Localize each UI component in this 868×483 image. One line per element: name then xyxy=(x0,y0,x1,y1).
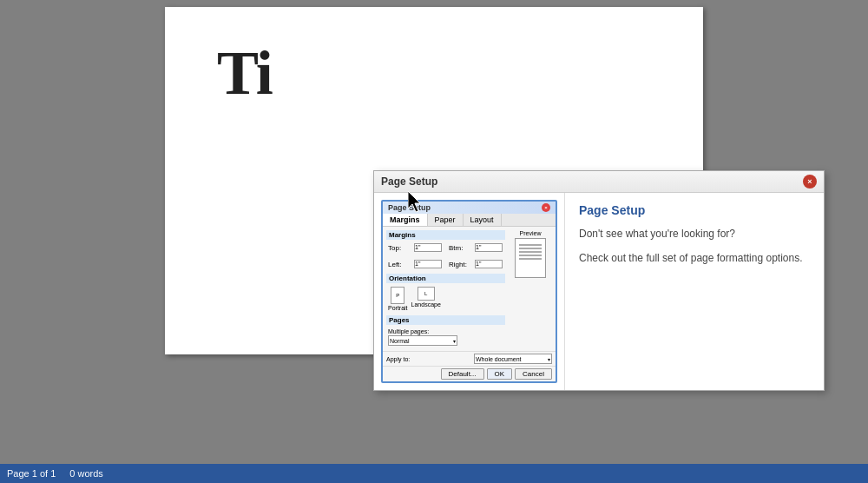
mini-dialog-title-text: Page Setup xyxy=(388,203,431,212)
mini-preview-line-3 xyxy=(519,251,542,253)
mini-portrait-option[interactable]: P Portrait xyxy=(388,287,408,311)
mini-top-label: Top: xyxy=(388,244,412,252)
mini-preview-label: Preview xyxy=(520,230,542,236)
mini-preview-lines xyxy=(519,244,542,261)
mini-tab-layout[interactable]: Layout xyxy=(464,214,502,226)
mini-preview-line-1 xyxy=(519,244,542,246)
mini-landscape-icon: L xyxy=(418,287,435,301)
mini-landscape-label: Landscape xyxy=(411,301,441,308)
mini-left-input[interactable]: 1" xyxy=(414,260,442,268)
mini-bottom-row: Btm: 1" xyxy=(449,243,503,252)
mini-cancel-button[interactable]: Cancel xyxy=(515,368,552,380)
popup-title: Page Setup xyxy=(381,175,437,188)
mini-dialog-title-bar: Page Setup × xyxy=(383,202,556,214)
mini-dialog-close-button[interactable]: × xyxy=(542,203,550,212)
mini-apply-to-select[interactable]: Whole document ▾ xyxy=(474,354,552,364)
mini-portrait-label: Portrait xyxy=(388,305,408,311)
mini-left-label: Left: xyxy=(388,261,412,268)
mini-right-input[interactable]: 1" xyxy=(475,260,503,268)
popup-help-title: Page Setup xyxy=(579,203,810,217)
status-bar: Page 1 of 1 0 words xyxy=(0,464,868,483)
mini-multiple-pages-label: Multiple pages: xyxy=(388,328,503,334)
mini-page-setup-dialog: Page Setup × Margins Paper Layout Margin… xyxy=(381,200,557,383)
mini-bottom-label: Btm: xyxy=(449,244,473,252)
mini-portrait-icon: P xyxy=(391,287,404,304)
mini-right-label: Right: xyxy=(449,261,473,268)
word-count: 0 words xyxy=(69,468,103,479)
page-setup-popup: Page Setup × Page Setup × Margins Paper … xyxy=(373,170,825,391)
mini-preview-line-5 xyxy=(519,258,542,260)
popup-help-text2: Check out the full set of page formattin… xyxy=(579,250,810,266)
mini-margins-fields: Top: 1" Btm: 1" Left: 1" xyxy=(386,242,505,271)
popup-body: Page Setup × Margins Paper Layout Margin… xyxy=(374,193,824,390)
mini-left-row: Left: 1" xyxy=(388,260,442,268)
mini-footer-row: Apply to: Whole document ▾ xyxy=(383,351,556,366)
mini-apply-to-label: Apply to: xyxy=(386,356,410,362)
mini-dialog-buttons: Default... OK Cancel xyxy=(383,366,556,381)
mini-dialog-tabs: Margins Paper Layout xyxy=(383,214,556,227)
mini-pages-field: Multiple pages: Normal ▾ xyxy=(386,327,505,347)
mini-tab-margins[interactable]: Margins xyxy=(383,214,428,226)
mini-top-input[interactable]: 1" xyxy=(414,243,442,252)
popup-title-bar: Page Setup × xyxy=(374,171,824,193)
document-title-text: Ti xyxy=(217,42,651,104)
mini-default-button[interactable]: Default... xyxy=(441,368,484,380)
mini-right-row: Right: 1" xyxy=(449,260,503,268)
mini-preview-page xyxy=(515,238,546,278)
page-info: Page 1 of 1 xyxy=(7,468,56,479)
mini-orientation-section-title: Orientation xyxy=(386,274,505,283)
mini-landscape-option[interactable]: L Landscape xyxy=(411,287,441,311)
mini-dialog-body: Margins Top: 1" Btm: 1" Left: xyxy=(383,227,556,351)
popup-help-text1: Don't see what you're looking for? xyxy=(579,226,810,242)
mini-tab-paper[interactable]: Paper xyxy=(428,214,464,226)
popup-left-panel: Page Setup × Margins Paper Layout Margin… xyxy=(374,193,565,390)
mini-orientation-choices: P Portrait L Landscape xyxy=(386,285,505,313)
mini-multiple-pages-select[interactable]: Normal ▾ xyxy=(388,335,457,346)
mini-left-col: Margins Top: 1" Btm: 1" Left: xyxy=(386,230,505,347)
popup-right-panel: Page Setup Don't see what you're looking… xyxy=(565,193,824,390)
mini-preview-line-4 xyxy=(519,255,542,256)
mini-margins-section-title: Margins xyxy=(386,230,505,240)
mini-ok-button[interactable]: OK xyxy=(487,368,513,380)
mini-preview-panel: Preview xyxy=(509,230,552,347)
popup-close-button[interactable]: × xyxy=(803,175,817,189)
mini-preview-line-2 xyxy=(519,248,542,249)
mini-bottom-input[interactable]: 1" xyxy=(475,243,503,252)
mini-pages-section-title: Pages xyxy=(386,315,505,325)
mini-top-row: Top: 1" xyxy=(388,243,442,252)
